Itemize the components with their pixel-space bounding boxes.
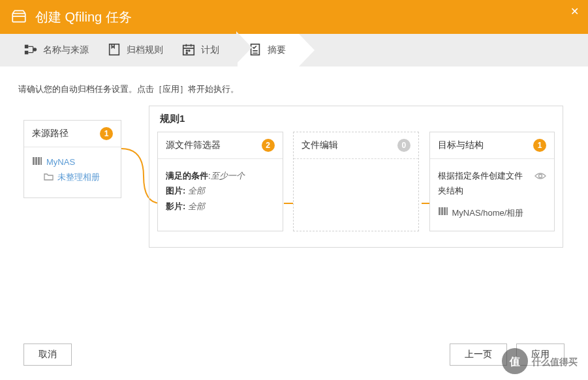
condition-label: 满足的条件 — [166, 171, 208, 181]
content-area: 请确认您的自动归档任务设置。点击［应用］将开始执行。 来源路径 1 MyNAS — [0, 66, 588, 133]
eye-icon[interactable] — [534, 169, 546, 184]
svg-rect-15 — [439, 207, 441, 215]
svg-point-6 — [186, 50, 187, 51]
nas-icon — [32, 156, 42, 168]
filter-card-title: 源文件筛选器 — [166, 139, 221, 151]
destination-desc: 根据指定条件创建文件夹结构 — [438, 168, 530, 199]
svg-rect-0 — [12, 13, 25, 22]
titlebar: 创建 Qfiling 任务 ✕ — [0, 0, 588, 34]
filter-video-value: 全部 — [188, 201, 205, 211]
source-panel-title: 来源路径 — [32, 128, 69, 139]
source-step-icon — [23, 42, 38, 59]
source-nas-label: MyNAS — [46, 157, 75, 167]
destination-path: MyNAS/home/相册 — [452, 205, 524, 220]
filter-video-label: 影片: — [166, 201, 185, 211]
source-folder-item[interactable]: 未整理相册 — [44, 171, 113, 183]
svg-text:值: 值 — [509, 356, 520, 367]
cancel-button[interactable]: 取消 — [23, 343, 72, 366]
instruction-text: 请确认您的自动归档任务设置。点击［应用］将开始执行。 — [18, 83, 570, 95]
filter-card: 源文件筛选器 2 满足的条件:至少一个 图片: 全部 影片: — [157, 132, 283, 231]
file-edit-count-badge: 0 — [397, 139, 410, 152]
svg-point-7 — [189, 50, 190, 51]
step-label: 计划 — [201, 44, 219, 56]
step-name-source[interactable]: 名称与来源 — [23, 42, 89, 59]
filter-count-badge: 2 — [262, 139, 275, 152]
nas-icon — [438, 205, 448, 220]
rule-title: 规则1 — [160, 113, 555, 125]
svg-rect-18 — [446, 207, 448, 215]
filter-image-value: 全部 — [188, 186, 205, 196]
dialog-title: 创建 Qfiling 任务 — [35, 8, 132, 26]
folder-icon — [44, 173, 54, 183]
step-label: 归档规则 — [127, 44, 163, 56]
file-edit-title: 文件编辑 — [302, 139, 338, 151]
step-label: 名称与来源 — [43, 44, 89, 56]
filter-image-label: 图片: — [166, 186, 185, 196]
destination-title: 目标与结构 — [438, 139, 484, 151]
source-nas-item[interactable]: MyNAS — [32, 156, 113, 168]
svg-rect-1 — [25, 44, 29, 48]
file-edit-card: 文件编辑 0 — [293, 132, 419, 231]
rules-step-icon — [107, 42, 121, 59]
condition-value: 至少一个 — [211, 171, 245, 181]
rule-panel: 规则1 源文件筛选器 2 满足的条件:至少一个 图片: 全部 — [149, 106, 563, 248]
svg-text:什么值得买: 什么值得买 — [531, 357, 578, 367]
source-count-badge: 1 — [100, 127, 113, 140]
svg-rect-11 — [35, 157, 37, 165]
step-archive-rules[interactable]: 归档规则 — [107, 42, 163, 59]
source-path-panel: 来源路径 1 MyNAS 未整理相册 — [23, 120, 121, 198]
schedule-step-icon — [181, 42, 196, 59]
step-label: 摘要 — [268, 44, 286, 56]
source-folder-label: 未整理相册 — [57, 171, 100, 183]
svg-point-8 — [186, 52, 187, 53]
svg-point-3 — [33, 48, 37, 51]
step-schedule[interactable]: 计划 — [181, 42, 219, 59]
close-icon[interactable]: ✕ — [570, 5, 579, 18]
svg-rect-12 — [38, 157, 40, 165]
svg-rect-13 — [40, 157, 42, 165]
svg-rect-2 — [25, 50, 29, 54]
svg-rect-10 — [33, 157, 35, 165]
svg-rect-17 — [444, 207, 446, 215]
destination-card: 目标与结构 1 根据指定条件创建文件夹结构 — [429, 132, 555, 231]
svg-rect-16 — [441, 207, 443, 215]
step-bar: 名称与来源 归档规则 计划 摘要 — [0, 34, 588, 66]
dialog-footer: 取消 上一页 应用 — [0, 343, 588, 366]
watermark: 值 什么值得买 — [501, 347, 585, 377]
previous-button[interactable]: 上一页 — [450, 343, 507, 366]
app-icon — [10, 8, 27, 27]
destination-count-badge: 1 — [533, 139, 546, 152]
destination-path-row: MyNAS/home/相册 — [438, 205, 547, 220]
svg-point-14 — [539, 175, 542, 178]
